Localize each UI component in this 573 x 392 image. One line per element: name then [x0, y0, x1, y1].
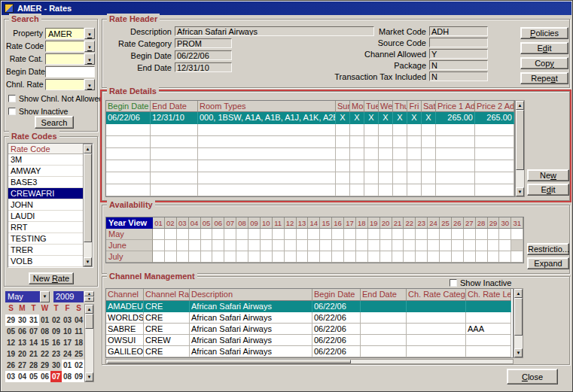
- availability-cell[interactable]: [356, 229, 368, 240]
- rate-code-item[interactable]: RRT: [8, 222, 83, 233]
- scroll-up-icon[interactable]: ▲: [516, 101, 524, 110]
- table-row[interactable]: AMADEUSCREAfrican Safari Airways06/22/06: [106, 301, 513, 312]
- calendar-date[interactable]: 02: [50, 315, 62, 326]
- spinner-up-icon[interactable]: ▲: [84, 291, 94, 296]
- availability-cell[interactable]: [368, 229, 380, 240]
- calendar-date[interactable]: 12: [5, 337, 17, 348]
- availability-cell[interactable]: [464, 229, 476, 240]
- availability-cell[interactable]: [404, 251, 416, 263]
- channel-horizontal-scrollbar[interactable]: [105, 359, 514, 364]
- availability-cell[interactable]: [177, 229, 189, 240]
- availability-cell[interactable]: [165, 251, 177, 263]
- availability-cell[interactable]: [332, 251, 344, 263]
- table-row[interactable]: SABRECREAfrican Safari Airways06/22/06AA…: [106, 324, 513, 335]
- calendar-date[interactable]: 28: [28, 360, 39, 371]
- availability-cell[interactable]: [332, 240, 344, 251]
- availability-cell[interactable]: [452, 251, 464, 263]
- calendar-year-field[interactable]: 2009: [53, 291, 84, 302]
- availability-cell[interactable]: [428, 240, 440, 251]
- expand-button[interactable]: Expand: [527, 257, 569, 269]
- availability-cell[interactable]: [368, 240, 380, 251]
- availability-cell[interactable]: [476, 240, 488, 251]
- availability-cell[interactable]: [261, 251, 273, 263]
- availability-cell[interactable]: [224, 229, 236, 240]
- availability-cell[interactable]: [297, 251, 309, 263]
- availability-cell[interactable]: [153, 240, 165, 251]
- availability-cell[interactable]: [165, 229, 177, 240]
- availability-cell[interactable]: [380, 229, 392, 240]
- availability-cell[interactable]: [440, 229, 452, 240]
- availability-cell[interactable]: [153, 229, 165, 240]
- calendar-date[interactable]: 01: [62, 360, 73, 371]
- calendar-date[interactable]: 18: [73, 337, 84, 348]
- calendar-date[interactable]: 30: [50, 360, 62, 371]
- spinner-down-icon[interactable]: ▼: [84, 296, 94, 302]
- availability-cell[interactable]: [344, 251, 356, 263]
- rate-details-scrollbar[interactable]: ▲ ▼: [515, 100, 525, 197]
- scroll-down-icon[interactable]: ▼: [514, 348, 523, 357]
- availability-cell[interactable]: [177, 251, 189, 263]
- availability-cell[interactable]: [261, 229, 273, 240]
- availability-cell[interactable]: [224, 240, 236, 251]
- availability-cell[interactable]: [236, 229, 248, 240]
- calendar-date[interactable]: 20: [17, 348, 28, 360]
- calendar-date[interactable]: 03: [62, 315, 73, 326]
- scroll-up-icon[interactable]: ▲: [85, 305, 93, 314]
- calendar-date[interactable]: 10: [62, 326, 73, 337]
- rate-code-item[interactable]: VOLB: [8, 256, 83, 267]
- availability-cell[interactable]: [344, 240, 356, 251]
- calendar-date[interactable]: 05: [28, 371, 39, 382]
- availability-cell[interactable]: [476, 251, 488, 263]
- calendar-month-dropdown-button[interactable]: ▼: [40, 291, 50, 302]
- scroll-down-icon[interactable]: ▼: [516, 187, 524, 196]
- availability-cell[interactable]: [320, 251, 332, 263]
- availability-cell[interactable]: [236, 251, 248, 263]
- calendar-date[interactable]: 22: [39, 348, 50, 360]
- availability-cell[interactable]: [440, 251, 452, 263]
- availability-cell[interactable]: [499, 240, 511, 251]
- availability-cell[interactable]: [273, 229, 285, 240]
- availability-cell[interactable]: [212, 229, 224, 240]
- availability-cell[interactable]: [404, 229, 416, 240]
- calendar-date[interactable]: 02: [73, 360, 84, 371]
- table-row[interactable]: OWSUICREWAfrican Safari Airways06/22/06: [106, 335, 513, 346]
- rate-code-item[interactable]: BASE3: [8, 177, 83, 188]
- scroll-thumb[interactable]: [514, 298, 523, 336]
- show-chnl-not-allowed-checkbox[interactable]: [8, 95, 16, 102]
- availability-cell[interactable]: [201, 251, 213, 263]
- availability-cell[interactable]: [428, 229, 440, 240]
- availability-cell[interactable]: [273, 240, 285, 251]
- property-input[interactable]: AMER: [45, 28, 84, 39]
- availability-cell[interactable]: [380, 251, 392, 263]
- calendar-date[interactable]: 09: [73, 371, 84, 382]
- availability-cell[interactable]: [189, 240, 201, 251]
- availability-cell[interactable]: [261, 240, 273, 251]
- policies-button[interactable]: Policies: [520, 27, 568, 39]
- begin-date-input[interactable]: [45, 66, 95, 77]
- calendar-date[interactable]: 09: [50, 326, 62, 337]
- availability-cell[interactable]: [332, 229, 344, 240]
- availability-cell[interactable]: [511, 251, 523, 263]
- calendar-date[interactable]: 08: [62, 371, 73, 382]
- availability-cell[interactable]: [224, 251, 236, 263]
- channel-vertical-scrollbar[interactable]: ▲ ▼: [514, 288, 523, 358]
- show-inactive-checkbox[interactable]: [8, 108, 16, 115]
- calendar-date[interactable]: 26: [5, 360, 17, 371]
- chnl-rate-input[interactable]: [45, 79, 84, 90]
- availability-cell[interactable]: [511, 240, 523, 251]
- availability-cell[interactable]: [320, 229, 332, 240]
- calendar-date[interactable]: 06: [17, 326, 28, 337]
- calendar-date[interactable]: 17: [62, 337, 73, 348]
- availability-cell[interactable]: [380, 240, 392, 251]
- availability-cell[interactable]: [201, 240, 213, 251]
- calendar-scrollbar[interactable]: ▲ ▼: [84, 304, 94, 382]
- repeat-button[interactable]: Repeat: [520, 72, 568, 84]
- show-inactive-checkbox-row[interactable]: Show Inactive: [450, 278, 511, 287]
- availability-cell[interactable]: [344, 229, 356, 240]
- rate-category-field[interactable]: PROM: [175, 38, 232, 48]
- rate-code-input[interactable]: [45, 41, 84, 52]
- calendar-date[interactable]: 23: [50, 348, 62, 360]
- checkbox-row-show-inactive[interactable]: Show Inactive: [8, 105, 96, 117]
- availability-cell[interactable]: [404, 240, 416, 251]
- availability-cell[interactable]: [285, 229, 297, 240]
